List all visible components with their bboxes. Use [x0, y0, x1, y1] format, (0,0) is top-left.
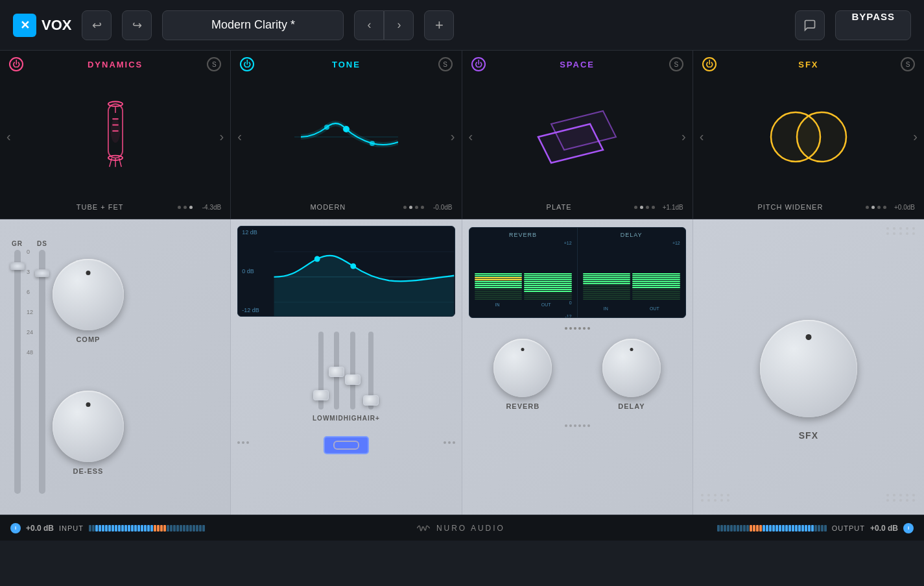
output-info-icon[interactable]: i	[903, 523, 914, 533]
next-preset-button[interactable]: ›	[384, 10, 414, 40]
scale-col: 0 3 6 12 24 48	[27, 240, 33, 494]
sfx-next-button[interactable]: ›	[913, 129, 918, 144]
eq-shape-icon	[333, 441, 359, 450]
ds-label: DS	[37, 240, 47, 247]
modules-row: ⏻ DYNAMICS S ‹	[0, 51, 924, 219]
tone-next-button[interactable]: ›	[451, 129, 455, 144]
deess-knob[interactable]	[53, 391, 124, 462]
ds-slider[interactable]	[39, 250, 45, 494]
sfx-visual-svg	[763, 101, 854, 173]
gr-slider[interactable]	[14, 250, 21, 494]
bypass-button[interactable]: BYPASS	[835, 10, 911, 40]
prev-preset-button[interactable]: ‹	[354, 10, 384, 40]
space-visual: ‹ ›	[462, 78, 693, 195]
tone-control-panel: 12 dB 0 dB -12 dB	[231, 219, 462, 515]
dynamics-visual: ‹ ›	[0, 78, 230, 195]
gr-slider-col: GR	[12, 240, 23, 494]
delay-meter-title: DELAY	[580, 232, 683, 238]
dynamics-power-button[interactable]: ⏻	[9, 57, 23, 71]
comp-label: COMP	[76, 336, 100, 343]
air-label: AIR+	[362, 415, 380, 422]
header: ✕ VOX ↩ ↪ Modern Clarity * ‹ › + BYPASS	[0, 0, 924, 51]
tone-prev-button[interactable]: ‹	[237, 129, 242, 144]
mid-fader[interactable]	[334, 332, 339, 409]
low-fader[interactable]	[318, 332, 324, 409]
gr-ds-sliders: GR 0 3 6 12 24 48 DS	[12, 235, 47, 499]
dynamics-control-panel: GR 0 3 6 12 24 48 DS	[0, 219, 231, 515]
input-section: i +0.0 dB INPUT	[10, 523, 205, 533]
sfx-footer: PITCH WIDENER +0.0dB	[693, 195, 924, 219]
input-info-icon[interactable]: i	[10, 523, 21, 533]
dynamics-solo-button[interactable]: S	[207, 57, 221, 71]
logo[interactable]: ✕ VOX	[13, 14, 71, 37]
tone-visual-svg	[294, 104, 398, 169]
eq-display[interactable]: 12 dB 0 dB -12 dB	[237, 226, 455, 317]
reverb-meter-title: REVERB	[472, 232, 575, 238]
preset-name-field[interactable]: Modern Clarity *	[162, 10, 344, 40]
dynamics-next-button[interactable]: ›	[220, 129, 224, 144]
air-fader-col: AIR+	[362, 332, 380, 422]
delay-knob[interactable]	[602, 339, 661, 397]
space-prev-button[interactable]: ‹	[469, 129, 473, 144]
brand-text: NURO AUDIO	[436, 524, 505, 533]
sfx-prev-button[interactable]: ‹	[700, 129, 704, 144]
tone-visual: ‹ ›	[231, 78, 461, 195]
space-knobs: REVERB DELAY	[469, 339, 686, 410]
high-label: HIGH	[344, 415, 362, 422]
svg-point-26	[314, 256, 320, 262]
tone-solo-button[interactable]: S	[438, 57, 453, 71]
dynamics-db: -4.3dB	[195, 204, 221, 211]
dynamics-preset-name: TUBE + FET	[22, 203, 178, 211]
dynamics-visual-svg	[89, 98, 141, 176]
dynamics-header: ⏻ DYNAMICS S	[0, 51, 230, 78]
delay-meter-section: DELAY +12	[578, 228, 685, 317]
dynamics-inner: GR 0 3 6 12 24 48 DS	[6, 230, 129, 504]
high-fader-col: HIGH	[344, 332, 362, 422]
space-preset-name: PLATE	[484, 203, 634, 211]
input-db: +0.0 dB	[26, 524, 54, 533]
sfx-control-panel: SFX	[693, 219, 924, 515]
dynamics-dots	[178, 206, 193, 209]
undo-button[interactable]: ↩	[82, 10, 112, 40]
dynamics-prev-button[interactable]: ‹	[6, 129, 11, 144]
tone-db: -0.0dB	[427, 204, 453, 211]
controls-row: GR 0 3 6 12 24 48 DS	[0, 219, 924, 515]
dynamics-title: DYNAMICS	[30, 60, 200, 69]
redo-button[interactable]: ↪	[122, 10, 152, 40]
high-fader[interactable]	[350, 332, 355, 409]
tone-header: ⏻ TONE S	[231, 51, 461, 78]
reverb-meter-section: REVERB +12	[469, 228, 578, 317]
low-label: LOW	[313, 415, 329, 422]
tone-faders: LOW MID HIGH AIR+	[313, 324, 380, 428]
delay-knob-container: DELAY	[602, 339, 661, 410]
space-header: ⏻ SPACE S	[462, 51, 693, 78]
eq-shape-button[interactable]	[324, 436, 369, 454]
delay-label: DELAY	[618, 402, 645, 410]
space-power-button[interactable]: ⏻	[471, 57, 486, 71]
tone-power-button[interactable]: ⏻	[240, 57, 254, 71]
space-solo-button[interactable]: S	[669, 57, 683, 71]
eq-curve-svg	[238, 226, 454, 317]
tone-module: ⏻ TONE S ‹ › MODERN	[231, 51, 462, 219]
sfx-solo-button[interactable]: S	[901, 57, 915, 71]
mid-fader-col: MID	[329, 332, 343, 422]
preset-nav: ‹ ›	[354, 10, 414, 40]
svg-point-22	[797, 112, 846, 162]
sfx-knob[interactable]	[760, 320, 857, 417]
sfx-power-button[interactable]: ⏻	[702, 57, 717, 71]
add-preset-button[interactable]: +	[424, 10, 454, 40]
reverb-knob[interactable]	[493, 339, 552, 397]
svg-point-10	[110, 119, 120, 143]
output-section: OUTPUT +0.0 dB i	[717, 523, 914, 533]
reverb-knob-container: REVERB	[493, 339, 552, 410]
ds-slider-col: DS	[37, 240, 47, 494]
air-fader[interactable]	[368, 332, 373, 409]
sfx-knob-container: SFX	[760, 320, 857, 441]
gr-label: GR	[12, 240, 23, 247]
comp-knob[interactable]	[53, 259, 124, 330]
logo-text: VOX	[41, 17, 71, 34]
space-next-button[interactable]: ›	[681, 129, 686, 144]
output-db: +0.0 dB	[870, 524, 898, 533]
space-db: +1.1dB	[657, 204, 683, 211]
comment-button[interactable]	[795, 10, 825, 40]
